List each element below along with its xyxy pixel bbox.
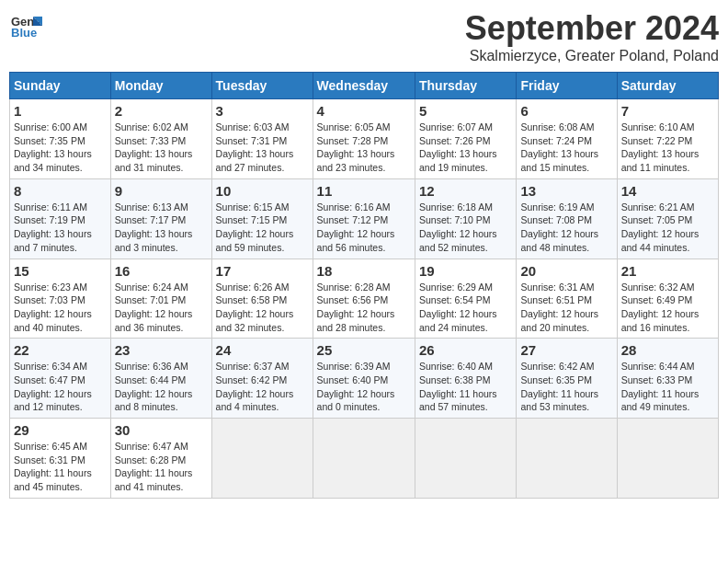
day-info: Sunrise: 6:11 AM Sunset: 7:19 PM Dayligh… <box>14 201 107 255</box>
day-info: Sunrise: 6:37 AM Sunset: 6:42 PM Dayligh… <box>216 360 309 414</box>
day-number: 21 <box>621 263 714 279</box>
day-number: 9 <box>115 183 208 199</box>
day-number: 26 <box>419 342 512 358</box>
day-number: 14 <box>621 183 714 199</box>
calendar-cell <box>517 419 617 499</box>
calendar-cell <box>211 419 313 499</box>
day-info: Sunrise: 6:34 AM Sunset: 6:47 PM Dayligh… <box>14 360 107 414</box>
calendar-cell: 21Sunrise: 6:32 AM Sunset: 6:49 PM Dayli… <box>617 259 718 339</box>
calendar-cell: 29Sunrise: 6:45 AM Sunset: 6:31 PM Dayli… <box>10 419 111 499</box>
day-number: 24 <box>216 342 309 358</box>
day-info: Sunrise: 6:19 AM Sunset: 7:08 PM Dayligh… <box>520 201 612 255</box>
calendar-cell: 8Sunrise: 6:11 AM Sunset: 7:19 PM Daylig… <box>10 178 111 259</box>
day-info: Sunrise: 6:03 AM Sunset: 7:31 PM Dayligh… <box>216 121 309 175</box>
day-number: 10 <box>216 183 309 199</box>
calendar-cell: 15Sunrise: 6:23 AM Sunset: 7:03 PM Dayli… <box>10 259 111 339</box>
calendar-week-row: 8Sunrise: 6:11 AM Sunset: 7:19 PM Daylig… <box>10 178 719 259</box>
day-info: Sunrise: 6:21 AM Sunset: 7:05 PM Dayligh… <box>621 201 714 255</box>
day-info: Sunrise: 6:23 AM Sunset: 7:03 PM Dayligh… <box>14 281 107 335</box>
header-tuesday: Tuesday <box>211 73 313 99</box>
calendar-cell: 3Sunrise: 6:03 AM Sunset: 7:31 PM Daylig… <box>211 99 313 179</box>
day-info: Sunrise: 6:32 AM Sunset: 6:49 PM Dayligh… <box>621 281 714 335</box>
calendar-cell: 12Sunrise: 6:18 AM Sunset: 7:10 PM Dayli… <box>415 178 516 259</box>
header-thursday: Thursday <box>415 73 516 99</box>
calendar-cell <box>617 419 718 499</box>
day-info: Sunrise: 6:07 AM Sunset: 7:26 PM Dayligh… <box>419 121 512 175</box>
header-wednesday: Wednesday <box>313 73 415 99</box>
day-number: 28 <box>621 342 714 358</box>
day-number: 7 <box>621 103 714 119</box>
title-area: September 2024 Skalmierzyce, Greater Pol… <box>465 9 719 64</box>
calendar-cell: 7Sunrise: 6:10 AM Sunset: 7:22 PM Daylig… <box>617 99 718 179</box>
calendar-cell: 1Sunrise: 6:00 AM Sunset: 7:35 PM Daylig… <box>10 99 111 179</box>
day-number: 15 <box>14 263 107 279</box>
day-info: Sunrise: 6:10 AM Sunset: 7:22 PM Dayligh… <box>621 121 714 175</box>
calendar-cell: 2Sunrise: 6:02 AM Sunset: 7:33 PM Daylig… <box>110 99 211 179</box>
header-monday: Monday <box>110 73 211 99</box>
calendar-cell <box>415 419 516 499</box>
calendar-cell: 25Sunrise: 6:39 AM Sunset: 6:40 PM Dayli… <box>313 339 415 419</box>
month-title: September 2024 <box>465 9 719 48</box>
day-number: 18 <box>317 263 411 279</box>
calendar-cell: 16Sunrise: 6:24 AM Sunset: 7:01 PM Dayli… <box>110 259 211 339</box>
header-friday: Friday <box>517 73 617 99</box>
calendar-cell: 9Sunrise: 6:13 AM Sunset: 7:17 PM Daylig… <box>110 178 211 259</box>
calendar-cell: 11Sunrise: 6:16 AM Sunset: 7:12 PM Dayli… <box>313 178 415 259</box>
day-info: Sunrise: 6:05 AM Sunset: 7:28 PM Dayligh… <box>317 121 411 175</box>
day-info: Sunrise: 6:13 AM Sunset: 7:17 PM Dayligh… <box>115 201 208 255</box>
day-number: 3 <box>216 103 309 119</box>
calendar-cell: 28Sunrise: 6:44 AM Sunset: 6:33 PM Dayli… <box>617 339 718 419</box>
day-info: Sunrise: 6:24 AM Sunset: 7:01 PM Dayligh… <box>115 281 208 335</box>
logo: General Blue <box>9 9 42 42</box>
day-number: 20 <box>520 263 612 279</box>
day-number: 13 <box>520 183 612 199</box>
day-info: Sunrise: 6:02 AM Sunset: 7:33 PM Dayligh… <box>115 121 208 175</box>
day-info: Sunrise: 6:00 AM Sunset: 7:35 PM Dayligh… <box>14 121 107 175</box>
calendar-cell: 24Sunrise: 6:37 AM Sunset: 6:42 PM Dayli… <box>211 339 313 419</box>
day-info: Sunrise: 6:36 AM Sunset: 6:44 PM Dayligh… <box>115 360 208 414</box>
day-number: 22 <box>14 342 107 358</box>
day-number: 2 <box>115 103 208 119</box>
day-number: 19 <box>419 263 512 279</box>
calendar-cell: 20Sunrise: 6:31 AM Sunset: 6:51 PM Dayli… <box>517 259 617 339</box>
day-info: Sunrise: 6:28 AM Sunset: 6:56 PM Dayligh… <box>317 281 411 335</box>
day-info: Sunrise: 6:47 AM Sunset: 6:28 PM Dayligh… <box>115 440 208 494</box>
calendar-cell: 30Sunrise: 6:47 AM Sunset: 6:28 PM Dayli… <box>110 419 211 499</box>
calendar-cell: 17Sunrise: 6:26 AM Sunset: 6:58 PM Dayli… <box>211 259 313 339</box>
calendar-header-row: Sunday Monday Tuesday Wednesday Thursday… <box>10 73 719 99</box>
day-info: Sunrise: 6:45 AM Sunset: 6:31 PM Dayligh… <box>14 440 107 494</box>
calendar-cell: 13Sunrise: 6:19 AM Sunset: 7:08 PM Dayli… <box>517 178 617 259</box>
day-number: 17 <box>216 263 309 279</box>
day-number: 5 <box>419 103 512 119</box>
day-number: 6 <box>520 103 612 119</box>
calendar-cell: 4Sunrise: 6:05 AM Sunset: 7:28 PM Daylig… <box>313 99 415 179</box>
day-number: 12 <box>419 183 512 199</box>
day-number: 23 <box>115 342 208 358</box>
day-info: Sunrise: 6:29 AM Sunset: 6:54 PM Dayligh… <box>419 281 512 335</box>
calendar-cell: 18Sunrise: 6:28 AM Sunset: 6:56 PM Dayli… <box>313 259 415 339</box>
calendar-cell: 19Sunrise: 6:29 AM Sunset: 6:54 PM Dayli… <box>415 259 516 339</box>
day-number: 11 <box>317 183 411 199</box>
calendar-cell: 14Sunrise: 6:21 AM Sunset: 7:05 PM Dayli… <box>617 178 718 259</box>
day-number: 1 <box>14 103 107 119</box>
day-number: 16 <box>115 263 208 279</box>
calendar-cell: 5Sunrise: 6:07 AM Sunset: 7:26 PM Daylig… <box>415 99 516 179</box>
day-info: Sunrise: 6:15 AM Sunset: 7:15 PM Dayligh… <box>216 201 309 255</box>
header-sunday: Sunday <box>10 73 111 99</box>
calendar-cell: 26Sunrise: 6:40 AM Sunset: 6:38 PM Dayli… <box>415 339 516 419</box>
day-number: 8 <box>14 183 107 199</box>
day-info: Sunrise: 6:31 AM Sunset: 6:51 PM Dayligh… <box>520 281 612 335</box>
day-info: Sunrise: 6:16 AM Sunset: 7:12 PM Dayligh… <box>317 201 411 255</box>
day-number: 27 <box>520 342 612 358</box>
calendar-week-row: 29Sunrise: 6:45 AM Sunset: 6:31 PM Dayli… <box>10 419 719 499</box>
calendar-cell: 23Sunrise: 6:36 AM Sunset: 6:44 PM Dayli… <box>110 339 211 419</box>
calendar-week-row: 1Sunrise: 6:00 AM Sunset: 7:35 PM Daylig… <box>10 99 719 179</box>
day-info: Sunrise: 6:42 AM Sunset: 6:35 PM Dayligh… <box>520 360 612 414</box>
header: General Blue September 2024 Skalmierzyce… <box>9 9 719 64</box>
day-number: 25 <box>317 342 411 358</box>
location-title: Skalmierzyce, Greater Poland, Poland <box>465 48 719 64</box>
calendar-cell <box>313 419 415 499</box>
calendar-cell: 10Sunrise: 6:15 AM Sunset: 7:15 PM Dayli… <box>211 178 313 259</box>
calendar-cell: 6Sunrise: 6:08 AM Sunset: 7:24 PM Daylig… <box>517 99 617 179</box>
day-number: 29 <box>14 422 107 438</box>
